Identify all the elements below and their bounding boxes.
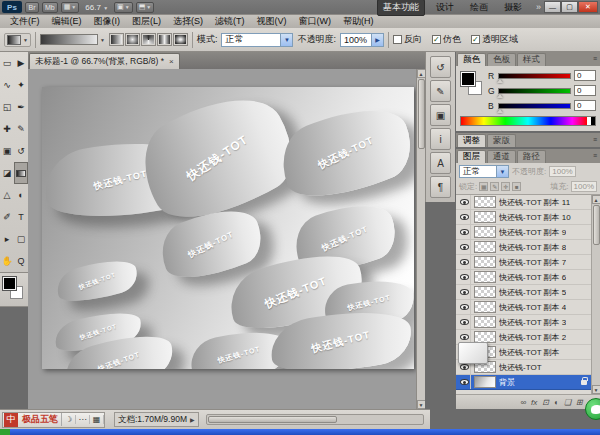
layer-thumbnail[interactable] (474, 256, 496, 268)
layer-mask-icon[interactable]: ⊡ (542, 398, 549, 407)
visibility-toggle[interactable] (458, 300, 471, 314)
scroll-up-icon[interactable]: ▲ (417, 69, 426, 78)
visibility-toggle[interactable] (458, 255, 471, 269)
brush-presets-icon[interactable]: ✎ (430, 80, 451, 102)
linear-gradient-button[interactable] (109, 33, 124, 46)
layer-row[interactable]: 快还钱-TOT 副本 7 (456, 255, 591, 270)
channel-slider[interactable] (498, 73, 571, 79)
scroll-up-icon[interactable]: ▲ (592, 195, 600, 204)
menu-item[interactable]: 帮助(H) (337, 15, 380, 28)
channel-slider[interactable] (498, 88, 571, 94)
clone-source-icon[interactable]: ▣ (430, 104, 451, 126)
rectangular-marquee-tool[interactable]: ▭ (0, 52, 14, 74)
angle-gradient-button[interactable] (141, 33, 156, 46)
panel-menu-icon[interactable]: ≡ (593, 55, 597, 62)
menu-item[interactable]: 文件(F) (4, 15, 46, 28)
gradient-tool[interactable] (14, 162, 28, 184)
channel-value-input[interactable]: 0 (574, 100, 596, 111)
lock-transparency-icon[interactable]: ▦ (479, 182, 488, 191)
menu-item[interactable]: 窗口(W) (293, 15, 338, 28)
panel-menu-icon[interactable]: ≡ (593, 136, 597, 143)
layer-row[interactable]: 快还钱-TOT 副本 3 (456, 315, 591, 330)
layer-row[interactable]: 快还钱-TOT 副本 9 (456, 225, 591, 240)
paragraph-panel-icon[interactable]: ¶ (430, 176, 451, 198)
horizontal-scrollbar[interactable] (206, 414, 424, 425)
ime-punctuation-icon[interactable]: ⋯ (76, 415, 90, 424)
layer-row[interactable]: 快还钱-TOT 副本 8 (456, 240, 591, 255)
ime-fullhalf-icon[interactable]: ☽ (62, 415, 76, 424)
document-tab[interactable]: 未标题-1 @ 66.7%(背景, RGB/8) * × (29, 53, 180, 69)
lasso-tool[interactable]: ∿ (0, 74, 14, 96)
channel-slider[interactable] (498, 103, 571, 109)
screen-mode-button[interactable]: ⬒▼ (136, 2, 155, 13)
color-panel-tab[interactable]: 样式 (517, 53, 546, 66)
shape-tool[interactable]: ▢ (14, 228, 28, 250)
layers-scrollbar[interactable]: ▲ ▼ (591, 195, 600, 394)
color-panel-tab[interactable]: 颜色 (457, 53, 486, 66)
workspace-button[interactable]: 基本功能 (377, 0, 425, 16)
tool-preset-picker[interactable]: ▼ (4, 33, 31, 47)
close-button[interactable]: ✕ (578, 1, 598, 13)
scrollbar-thumb[interactable] (593, 205, 600, 245)
magic-wand-tool[interactable]: ✦ (14, 74, 28, 96)
scrollbar-thumb[interactable] (208, 416, 338, 423)
layers-panel-tab[interactable]: 通道 (487, 150, 516, 163)
menu-item[interactable]: 图层(L) (126, 15, 167, 28)
scroll-down-icon[interactable]: ▼ (417, 400, 426, 409)
layer-row[interactable]: 快还钱-TOT 副本 11 (456, 195, 591, 210)
view-extras-button[interactable]: ▦▼ (61, 2, 80, 13)
visibility-toggle[interactable] (458, 195, 471, 209)
scrollbar-thumb[interactable] (418, 79, 425, 149)
visibility-toggle[interactable] (458, 375, 471, 389)
opacity-input[interactable]: 100%▶ (340, 33, 384, 47)
color-panel-tab[interactable]: 色板 (487, 53, 516, 66)
layer-thumbnail[interactable] (474, 196, 496, 208)
taskbar-start-fragment[interactable] (0, 429, 10, 435)
layer-thumbnail[interactable] (474, 316, 496, 328)
eraser-tool[interactable]: ◪ (0, 162, 14, 184)
menu-item[interactable]: 滤镜(T) (209, 15, 251, 28)
workspace-button[interactable]: 设计 (431, 0, 459, 15)
arrange-documents-button[interactable]: ▣▼ (114, 2, 133, 13)
visibility-toggle[interactable] (458, 225, 471, 239)
layer-row[interactable]: 快还钱-TOT 副本 6 (456, 270, 591, 285)
radial-gradient-button[interactable] (125, 33, 140, 46)
panel-menu-icon[interactable]: ≡ (593, 152, 597, 159)
maximize-button[interactable]: ▢ (561, 1, 578, 13)
fill-value[interactable]: 100% (571, 181, 597, 192)
dodge-tool[interactable]: ◐ (14, 184, 28, 206)
ime-language-icon[interactable]: 中 (4, 413, 18, 427)
reflected-gradient-button[interactable] (157, 33, 172, 46)
scroll-down-icon[interactable]: ▼ (592, 385, 600, 394)
visibility-toggle[interactable] (458, 240, 471, 254)
layer-row[interactable]: 快还钱-TOT 副本 10 (456, 210, 591, 225)
visibility-toggle[interactable] (458, 315, 471, 329)
channel-value-input[interactable]: 0 (574, 85, 596, 96)
menu-item[interactable]: 编辑(E) (46, 15, 88, 28)
lock-pixels-icon[interactable]: ✎ (490, 182, 499, 191)
path-selection-tool[interactable]: ▸ (0, 228, 14, 250)
canvas-viewport[interactable]: 快还钱-TOT快还钱-TOT快还钱-TOT快还钱-TOT快还钱-TOT快还钱-T… (28, 69, 425, 409)
gradient-picker[interactable]: ▼ (40, 34, 105, 45)
layer-row[interactable]: 背景 (456, 375, 591, 390)
eyedropper-tool[interactable]: ✒ (14, 96, 28, 118)
checkbox-checked[interactable]: ✓透明区域 (471, 33, 518, 46)
checkbox-checked[interactable]: ✓仿色 (432, 33, 461, 46)
zoom-tool[interactable]: Q (14, 250, 28, 272)
layer-thumbnail[interactable] (474, 271, 496, 283)
history-icon[interactable]: ↺ (430, 56, 451, 78)
layer-thumbnail[interactable] (474, 226, 496, 238)
layer-thumbnail[interactable] (474, 241, 496, 253)
collapsed-panel-tab[interactable]: 调整 (457, 134, 486, 147)
blend-mode-select[interactable]: 正常▼ (221, 33, 293, 47)
history-brush-tool[interactable]: ↺ (14, 140, 28, 162)
character-panel-icon[interactable]: A (430, 152, 451, 174)
mini-bridge-button[interactable]: Mb (42, 2, 58, 13)
checkbox-unchecked[interactable]: 反向 (393, 33, 422, 46)
workspace-overflow-button[interactable]: » (536, 2, 541, 12)
close-document-icon[interactable]: × (169, 57, 174, 66)
slider-thumb-icon[interactable] (497, 79, 503, 83)
launch-bridge-button[interactable]: Br (25, 2, 39, 13)
layer-opacity-value[interactable]: 100% (549, 166, 575, 177)
brush-tool[interactable]: ✎ (14, 118, 28, 140)
